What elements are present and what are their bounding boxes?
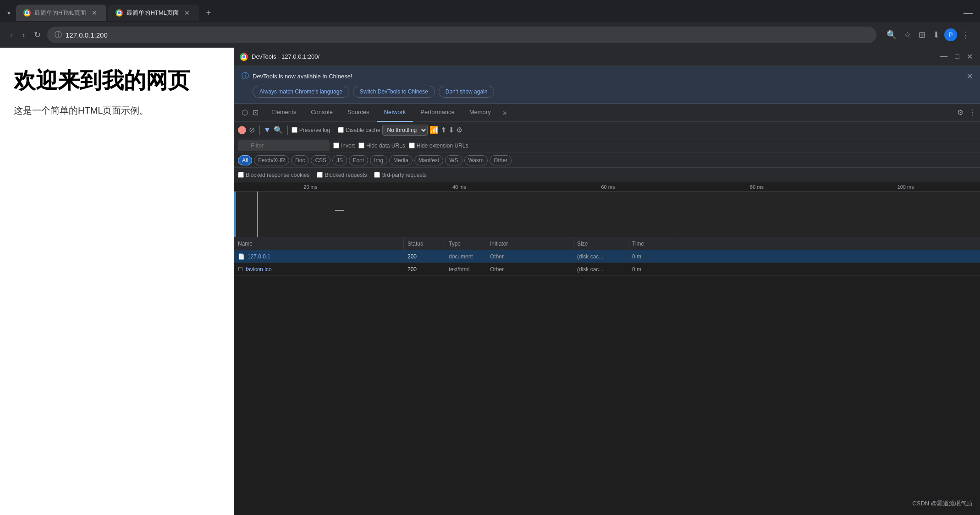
type-btn-css[interactable]: CSS [311,155,330,165]
hide-data-urls-checkbox[interactable] [358,142,364,148]
type-btn-js[interactable]: JS [332,155,347,165]
devtools-maximize-btn[interactable]: □ [953,50,961,63]
address-input[interactable]: ⓘ 127.0.0.1:200 [47,27,876,43]
tab-organizer-icon-btn[interactable]: ⊞ [916,27,928,43]
td-status-2: 200 [404,263,445,275]
table-row[interactable]: 📄 127.0.0.1 200 document Other (disk cac… [234,250,980,263]
timeline-area[interactable] [234,192,980,237]
tab-2[interactable]: 最简单的HTML页面 ✕ [108,5,198,21]
blocked-requests-label[interactable]: Blocked requests [317,172,367,178]
invert-checkbox[interactable] [333,142,339,148]
type-btn-other[interactable]: Other [490,155,512,165]
preserve-log-text: Preserve log [299,127,330,133]
clear-button[interactable]: ⊘ [248,125,256,135]
window-controls: — [963,8,976,18]
disable-cache-checkbox[interactable] [338,127,344,133]
filter-input[interactable] [238,140,330,151]
hide-extension-urls-text: Hide extension URLs [417,142,468,149]
timeline-mark-80: 80 ms [683,184,831,190]
search-icon[interactable]: 🔍 [273,125,284,135]
devtools-settings-icon[interactable]: ⚙ [955,106,965,119]
notification-row1: ⓘ DevTools is now available in Chinese! … [242,71,973,81]
download-icon-btn[interactable]: ⬇ [930,27,942,43]
tab-2-close[interactable]: ✕ [182,8,192,17]
third-party-label[interactable]: 3rd-party requests [374,172,426,178]
responsive-icon[interactable]: ⊡ [251,106,260,119]
devtools-minimize-btn[interactable]: — [938,50,949,63]
hide-extension-urls-checkbox[interactable] [409,142,415,148]
tab-bar-left: ▾ 最简单的HTML页面 ✕ 最简单的HTML页面 ✕ + [4,5,215,22]
devtools-titlebar: DevTools - 127.0.0.1:200/ — □ ✕ [234,48,980,66]
devtools-content: ⬡ ⊡ Elements Console Sources Network Per… [234,104,980,515]
upload-icon[interactable]: ⬆ [440,126,446,134]
tab-network[interactable]: Network [377,104,413,122]
type-btn-ws[interactable]: WS [445,155,462,165]
disable-cache-text: Disable cache [346,127,380,133]
throttling-select[interactable]: No throttling [382,125,428,136]
refresh-button[interactable]: ↻ [31,27,44,43]
blocked-requests-checkbox[interactable] [317,172,323,178]
profile-avatar[interactable]: P [944,28,957,41]
notification-row2: Always match Chrome's language Switch De… [242,86,973,98]
type-btn-img[interactable]: Img [370,155,387,165]
search-icon-btn[interactable]: 🔍 [884,27,899,43]
type-btn-fetchxhr[interactable]: Fetch/XHR [254,155,289,165]
notification-banner: ⓘ DevTools is now available in Chinese! … [234,66,980,104]
timeline-mark-40: 40 ms [385,184,534,190]
table-row[interactable]: ☐ favicon.ico 200 text/html Other (disk … [234,263,980,276]
notification-close-btn[interactable]: ✕ [967,72,973,81]
tab-memory[interactable]: Memory [462,104,498,122]
devtools-title: DevTools - 127.0.0.1:200/ [252,53,938,60]
preserve-log-checkbox[interactable] [292,127,297,133]
type-btn-font[interactable]: Font [349,155,368,165]
blocked-requests-text: Blocked requests [325,172,367,178]
toolbar-sep-3 [334,126,334,135]
blocked-cookies-checkbox[interactable] [238,172,244,178]
forward-button[interactable]: › [19,27,28,43]
blocked-cookies-label[interactable]: Blocked response cookies [238,172,309,178]
dont-show-again-btn[interactable]: Don't show again [439,86,495,98]
preserve-log-label[interactable]: Preserve log [292,127,330,133]
tab-sources[interactable]: Sources [340,104,377,122]
devtools-close-btn[interactable]: ✕ [965,50,974,63]
th-time: Time [628,237,674,250]
inspect-element-icon[interactable]: ⬡ [240,106,250,119]
tab-dropdown-btn[interactable]: ▾ [4,5,14,20]
type-btn-doc[interactable]: Doc [291,155,309,165]
window-minimize-btn[interactable]: — [963,8,973,18]
always-match-btn[interactable]: Always match Chrome's language [253,86,349,98]
tab-performance[interactable]: Performance [413,104,462,122]
th-type: Type [445,237,486,250]
invert-label[interactable]: Invert [333,142,355,149]
tab-1[interactable]: 最简单的HTML页面 ✕ [16,5,106,21]
type-btn-media[interactable]: Media [389,155,413,165]
tab-console[interactable]: Console [303,104,340,122]
td-type-2: text/html [445,263,486,275]
record-button[interactable] [238,126,246,134]
tab-2-title: 最简单的HTML页面 [127,9,178,17]
devtools-tab-right-icons: ⚙ ⋮ [955,106,978,119]
type-filter-bar: All Fetch/XHR Doc CSS JS Font Img Media … [234,153,980,168]
menu-icon-btn[interactable]: ⋮ [959,27,973,43]
notification-info-icon: ⓘ [242,71,249,81]
type-btn-wasm[interactable]: Wasm [464,155,488,165]
hide-data-urls-label[interactable]: Hide data URLs [358,142,405,149]
new-tab-button[interactable]: + [203,5,215,22]
disable-cache-label[interactable]: Disable cache [338,127,380,133]
third-party-checkbox[interactable] [374,172,380,178]
type-btn-all[interactable]: All [238,155,252,165]
network-toolbar-more-icon[interactable]: ⚙ [456,126,462,134]
hide-extension-urls-label[interactable]: Hide extension URLs [409,142,468,149]
devtools-more-icon[interactable]: ⋮ [967,106,978,119]
download-icon[interactable]: ⬇ [448,126,454,134]
security-icon: ⓘ [55,30,62,40]
webpage-content: 欢迎来到我的网页 这是一个简单的HTML页面示例。 [0,48,234,515]
switch-to-chinese-btn[interactable]: Switch DevTools to Chinese [353,86,435,98]
tab-elements[interactable]: Elements [264,104,303,122]
type-btn-manifest[interactable]: Manifest [414,155,443,165]
back-button[interactable]: ‹ [7,27,16,43]
filter-icon[interactable]: ▼ [264,126,271,134]
tab-1-close[interactable]: ✕ [90,8,99,17]
bookmark-icon-btn[interactable]: ☆ [901,27,914,43]
more-tabs-btn[interactable]: » [499,107,511,119]
